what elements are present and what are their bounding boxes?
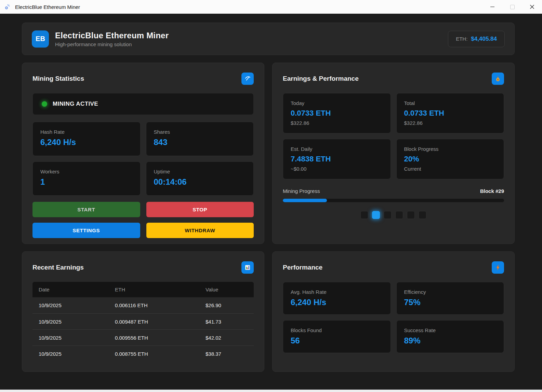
uptime-value: 00:14:06 bbox=[154, 177, 246, 187]
recent-earnings-card: Recent Earnings Date ETH Value bbox=[22, 251, 264, 372]
recent-earnings-title: Recent Earnings bbox=[32, 264, 84, 271]
bar-chart-icon bbox=[244, 264, 251, 271]
block-indicator-active bbox=[372, 211, 380, 219]
hash-rate-label: Hash Rate bbox=[40, 129, 133, 135]
lightning-icon-button[interactable] bbox=[492, 261, 504, 274]
lightning-icon bbox=[495, 264, 501, 271]
block-indicator bbox=[395, 211, 403, 219]
earnings-table: Date ETH Value 10/9/2025 0.006116 ETH $2… bbox=[32, 282, 254, 362]
money-bag-icon: $ bbox=[494, 75, 501, 82]
bar-chart-icon-button[interactable] bbox=[241, 261, 254, 274]
today-earnings-tile: Today 0.0733 ETH $322.86 bbox=[283, 93, 391, 133]
uptime-tile: Uptime 00:14:06 bbox=[146, 161, 254, 196]
total-earnings-tile: Total 0.0733 ETH $322.86 bbox=[396, 93, 504, 133]
mining-progress-fill bbox=[283, 199, 327, 202]
eth-price-value: $4,405.84 bbox=[471, 36, 497, 42]
app-pickaxe-icon bbox=[3, 2, 12, 11]
cell-date: 10/9/2025 bbox=[33, 319, 109, 325]
hash-rate-tile: Hash Rate 6,240 H/s bbox=[32, 122, 141, 156]
shares-tile: Shares 843 bbox=[146, 122, 254, 156]
hash-rate-value: 6,240 H/s bbox=[40, 138, 133, 147]
mining-statistics-card: Mining Statistics MINING ACTIVE Hash Rat… bbox=[22, 63, 264, 244]
block-indicator-row bbox=[283, 211, 504, 219]
total-value: 0.0733 ETH bbox=[404, 109, 497, 118]
block-indicator bbox=[407, 211, 415, 219]
cell-eth: 0.009556 ETH bbox=[109, 335, 200, 341]
minimize-button[interactable] bbox=[482, 0, 502, 14]
mining-progress-label: Mining Progress bbox=[283, 188, 320, 194]
est-daily-tile: Est. Daily 7.4838 ETH ~$0.00 bbox=[283, 139, 391, 179]
status-active-dot bbox=[42, 101, 47, 107]
avg-hash-rate-value: 6,240 H/s bbox=[291, 298, 383, 307]
start-button[interactable]: START bbox=[32, 202, 140, 217]
success-rate-tile: Success Rate 89% bbox=[396, 320, 504, 353]
blocks-found-label: Blocks Found bbox=[291, 327, 383, 333]
uptime-label: Uptime bbox=[154, 169, 246, 174]
window-bottom-edge bbox=[0, 390, 542, 392]
block-indicator bbox=[419, 211, 426, 219]
cell-eth: 0.008755 ETH bbox=[109, 351, 200, 357]
col-value: Value bbox=[200, 287, 253, 292]
today-usd: $322.86 bbox=[291, 120, 383, 126]
success-rate-value: 89% bbox=[404, 336, 497, 345]
block-progress-sub: Current bbox=[404, 166, 497, 172]
efficiency-label: Efficiency bbox=[404, 289, 497, 295]
cell-value: $42.02 bbox=[200, 335, 253, 341]
earnings-title: Earnings & Performance bbox=[283, 75, 359, 82]
pickaxe-icon-button[interactable] bbox=[241, 73, 254, 85]
app-subtitle: High-performance mining solution bbox=[55, 41, 169, 47]
workers-label: Workers bbox=[40, 169, 133, 174]
table-row: 10/9/2025 0.006116 ETH $26.90 bbox=[32, 297, 254, 313]
cell-eth: 0.006116 ETH bbox=[109, 302, 200, 308]
table-row: 10/9/2025 0.009556 ETH $42.02 bbox=[32, 329, 254, 345]
workers-value: 1 bbox=[40, 177, 133, 187]
maximize-icon bbox=[510, 5, 515, 9]
settings-button[interactable]: SETTINGS bbox=[32, 223, 140, 238]
mining-statistics-title: Mining Statistics bbox=[32, 75, 84, 82]
cell-value: $41.73 bbox=[200, 319, 253, 325]
total-usd: $322.86 bbox=[404, 120, 497, 126]
close-button[interactable] bbox=[522, 0, 542, 14]
shares-value: 843 bbox=[154, 138, 246, 147]
titlebar: ElectricBlue Ethereum Miner bbox=[0, 0, 542, 14]
block-progress-label: Block Progress bbox=[404, 146, 497, 152]
performance-title: Performance bbox=[283, 264, 322, 271]
block-progress-value: 20% bbox=[404, 155, 497, 164]
maximize-button[interactable] bbox=[502, 0, 522, 14]
blocks-found-tile: Blocks Found 56 bbox=[283, 320, 391, 353]
app-title: ElectricBlue Ethereum Miner bbox=[55, 31, 169, 40]
blocks-found-value: 56 bbox=[291, 336, 383, 345]
est-daily-value: 7.4838 ETH bbox=[291, 155, 383, 164]
eth-price-label: ETH: bbox=[456, 36, 467, 42]
block-progress-tile: Block Progress 20% Current bbox=[396, 139, 504, 179]
workers-tile: Workers 1 bbox=[32, 161, 141, 196]
eth-price-badge: ETH: $4,405.84 bbox=[448, 31, 505, 47]
performance-card: Performance Avg. Hash Rate 6,240 H/s Eff… bbox=[272, 251, 515, 372]
app-header-card: EB ElectricBlue Ethereum Miner High-perf… bbox=[22, 23, 515, 55]
cell-date: 10/9/2025 bbox=[33, 351, 109, 357]
window-title: ElectricBlue Ethereum Miner bbox=[15, 4, 80, 10]
block-indicator bbox=[360, 211, 368, 219]
withdraw-button[interactable]: WITHDRAW bbox=[146, 223, 254, 238]
pickaxe-icon bbox=[244, 75, 251, 82]
efficiency-tile: Efficiency 75% bbox=[396, 282, 504, 315]
avg-hash-rate-tile: Avg. Hash Rate 6,240 H/s bbox=[283, 282, 391, 315]
app-header-text: ElectricBlue Ethereum Miner High-perform… bbox=[55, 31, 169, 47]
col-date: Date bbox=[33, 287, 109, 292]
col-eth: ETH bbox=[109, 287, 200, 292]
efficiency-value: 75% bbox=[404, 298, 497, 307]
earnings-performance-card: Earnings & Performance $ Today 0.0733 ET… bbox=[272, 63, 515, 244]
shares-label: Shares bbox=[154, 129, 246, 135]
money-bag-icon-button[interactable]: $ bbox=[492, 73, 504, 85]
app-logo: EB bbox=[32, 30, 49, 48]
block-number-label: Block #29 bbox=[480, 188, 504, 194]
cell-eth: 0.009487 ETH bbox=[109, 319, 200, 325]
stop-button[interactable]: STOP bbox=[146, 202, 254, 217]
mining-status-text: MINING ACTIVE bbox=[53, 101, 98, 107]
earnings-table-header: Date ETH Value bbox=[32, 282, 254, 297]
total-label: Total bbox=[404, 100, 497, 106]
avg-hash-rate-label: Avg. Hash Rate bbox=[291, 289, 383, 295]
cell-value: $26.90 bbox=[200, 302, 253, 308]
table-row: 10/9/2025 0.009487 ETH $41.73 bbox=[32, 313, 254, 329]
mining-status-bar: MINING ACTIVE bbox=[32, 93, 254, 115]
